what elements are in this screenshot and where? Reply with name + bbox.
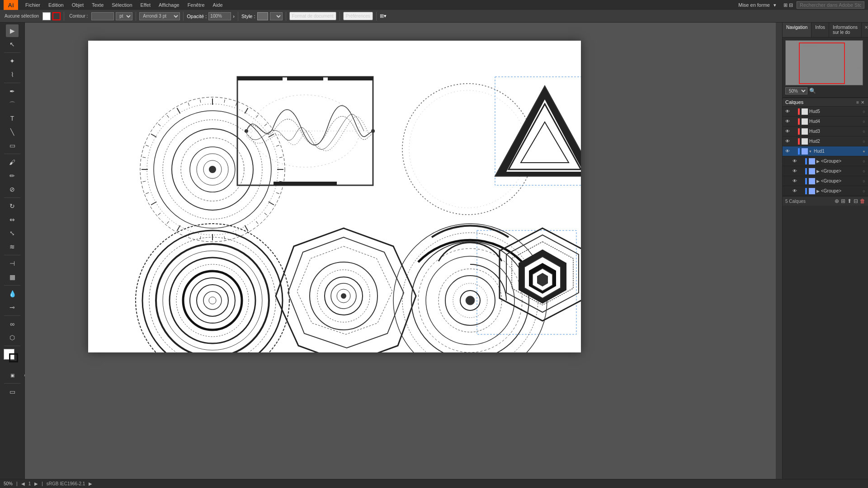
stroke-swatch[interactable] bbox=[9, 353, 18, 362]
lasso-tool[interactable]: ⌇ bbox=[6, 68, 19, 81]
layer-target-sub3[interactable]: ○ bbox=[862, 179, 866, 183]
paintbrush-tool[interactable]: 🖌 bbox=[6, 156, 19, 169]
menu-selection[interactable]: Sélection bbox=[108, 1, 136, 9]
expand-icon-sub3[interactable]: ▶ bbox=[816, 179, 821, 183]
eye-icon-hud2[interactable]: 👁 bbox=[784, 139, 791, 144]
canvas-area[interactable] bbox=[25, 23, 782, 488]
line-tool[interactable]: ╲ bbox=[6, 126, 19, 138]
nav-zoom-select[interactable]: 50% bbox=[785, 87, 807, 94]
layer-target-sub2[interactable]: ○ bbox=[862, 169, 866, 174]
color-mode-btn[interactable]: ■ bbox=[0, 369, 5, 381]
playback-btn[interactable]: ▶ bbox=[89, 481, 92, 486]
menu-affichage[interactable]: Affichage bbox=[155, 1, 183, 9]
layer-row-hud3[interactable]: 👁 Hud3 ○ bbox=[783, 127, 868, 136]
arrondi-select[interactable]: Arrondi 3 pt bbox=[139, 12, 180, 20]
layers-menu-icon[interactable]: ≡ bbox=[855, 100, 860, 105]
svg-point-108 bbox=[823, 46, 835, 58]
contour-unit[interactable]: pt bbox=[116, 12, 132, 20]
expand-icon-sub4[interactable]: ▶ bbox=[816, 189, 821, 193]
menu-edition[interactable]: Edition bbox=[45, 1, 67, 9]
hud8-group bbox=[500, 228, 581, 321]
layer-row-hud5[interactable]: 👁 Hud5 ○ bbox=[783, 107, 868, 117]
curvature-tool[interactable]: ⌒ bbox=[6, 99, 19, 111]
width-tool[interactable]: ⊣ bbox=[6, 257, 19, 270]
shaper-tool[interactable]: ⊘ bbox=[6, 183, 19, 196]
tab-navigation[interactable]: Navigation bbox=[783, 23, 811, 37]
scale-tool[interactable]: ⤡ bbox=[6, 227, 19, 239]
move-to-layer-btn[interactable]: ⬆ bbox=[847, 198, 852, 204]
expand-icon-sub1[interactable]: ▶ bbox=[816, 159, 821, 164]
layer-target-hud5[interactable]: ○ bbox=[862, 109, 866, 114]
template-layer-btn[interactable]: ⊟ bbox=[854, 198, 858, 204]
menu-aide[interactable]: Aide bbox=[209, 1, 226, 9]
fill-color-box[interactable] bbox=[42, 12, 51, 20]
eye-icon-hud3[interactable]: 👁 bbox=[784, 129, 791, 134]
column-graph-tool[interactable]: ▦ bbox=[6, 271, 19, 283]
nav-panel-close[interactable]: ✕ bbox=[862, 23, 868, 37]
magic-wand-tool[interactable]: ✦ bbox=[6, 55, 19, 67]
menu-objet[interactable]: Objet bbox=[68, 1, 87, 9]
selection-tool[interactable]: ▶ bbox=[6, 24, 19, 37]
eye-icon-hud4[interactable]: 👁 bbox=[784, 119, 791, 124]
type-tool[interactable]: T bbox=[6, 112, 19, 125]
eye-icon-sub3[interactable]: 👁 bbox=[792, 178, 798, 183]
style-box[interactable] bbox=[257, 12, 268, 20]
measure-tool[interactable]: ⊸ bbox=[6, 301, 19, 314]
tab-infos[interactable]: Infos bbox=[811, 23, 829, 37]
expand-icon-hud1[interactable]: ▾ bbox=[809, 149, 814, 154]
layer-row-hud1[interactable]: 👁 ▾ Hud1 ● bbox=[783, 146, 868, 156]
layer-row-hud4[interactable]: 👁 Hud4 ○ bbox=[783, 117, 868, 127]
gradient-mode-btn[interactable]: ▣ bbox=[6, 369, 19, 381]
new-sublayer-btn[interactable]: ⊞ bbox=[841, 198, 845, 204]
delete-layer-btn[interactable]: 🗑 bbox=[860, 198, 865, 204]
separator-7 bbox=[376, 12, 377, 21]
prev-page-btn[interactable]: ◀ bbox=[21, 481, 25, 486]
sub-layer-groupe3[interactable]: 👁 ▶ <Groupe> ○ bbox=[783, 176, 868, 186]
layer-target-hud2[interactable]: ○ bbox=[862, 139, 866, 144]
vertical-scrollbar[interactable] bbox=[776, 23, 782, 482]
eye-icon-hud5[interactable]: 👁 bbox=[784, 109, 791, 114]
blend-tool[interactable]: ∞ bbox=[6, 318, 19, 330]
layer-row-hud2[interactable]: 👁 Hud2 ○ bbox=[783, 136, 868, 146]
eye-icon-sub1[interactable]: 👁 bbox=[792, 159, 798, 164]
menu-effet[interactable]: Effet bbox=[137, 1, 154, 9]
next-page-btn[interactable]: ▶ bbox=[34, 481, 38, 486]
screen-mode-btn[interactable]: ▭ bbox=[6, 385, 19, 398]
preferences-btn[interactable]: Préférences bbox=[343, 12, 373, 20]
adobe-stock-search[interactable] bbox=[797, 1, 864, 9]
live-paint-tool[interactable]: ⬡ bbox=[6, 331, 19, 344]
reflect-tool[interactable]: ⇔ bbox=[6, 213, 19, 226]
eyedropper-tool[interactable]: 💧 bbox=[6, 287, 19, 300]
style-select[interactable] bbox=[270, 12, 283, 20]
menu-fichier[interactable]: Fichier bbox=[22, 1, 44, 9]
eye-icon-sub4[interactable]: 👁 bbox=[792, 188, 798, 193]
zoom-out-icon[interactable]: 🔍 bbox=[809, 88, 816, 94]
tab-informations[interactable]: Informations sur le do bbox=[829, 23, 862, 37]
stroke-color-box[interactable] bbox=[52, 12, 61, 20]
menu-texte[interactable]: Texte bbox=[88, 1, 107, 9]
direct-selection-tool[interactable]: ↖ bbox=[6, 38, 19, 51]
menu-fenetre[interactable]: Fenêtre bbox=[184, 1, 208, 9]
layer-target-hud1[interactable]: ● bbox=[862, 149, 866, 154]
opacite-input[interactable]: 100% bbox=[208, 12, 231, 20]
format-document-btn[interactable]: Format de document bbox=[289, 12, 336, 20]
layer-target-hud4[interactable]: ○ bbox=[862, 119, 866, 124]
warp-tool[interactable]: ≋ bbox=[6, 240, 19, 253]
expand-icon-sub2[interactable]: ▶ bbox=[816, 169, 821, 174]
sub-layer-groupe4[interactable]: 👁 ▶ <Groupe> ○ bbox=[783, 186, 868, 196]
layers-close-icon[interactable]: ✕ bbox=[860, 100, 865, 105]
layer-target-sub4[interactable]: ○ bbox=[862, 189, 866, 193]
shape-tool[interactable]: ▭ bbox=[6, 139, 19, 152]
contour-value[interactable] bbox=[91, 12, 114, 20]
sub-layer-groupe2[interactable]: 👁 ▶ <Groupe> ○ bbox=[783, 166, 868, 176]
eye-icon-sub2[interactable]: 👁 bbox=[792, 169, 798, 174]
rotate-tool[interactable]: ↻ bbox=[6, 200, 19, 212]
layer-target-hud3[interactable]: ○ bbox=[862, 129, 866, 134]
sub-layer-groupe1[interactable]: 👁 ▶ <Groupe> ○ bbox=[783, 156, 868, 166]
pen-tool[interactable]: ✒ bbox=[6, 85, 19, 98]
pencil-tool[interactable]: ✏ bbox=[6, 169, 19, 182]
layer-target-sub1[interactable]: ○ bbox=[862, 159, 866, 164]
eye-icon-hud1[interactable]: 👁 bbox=[784, 149, 791, 154]
new-layer-btn[interactable]: ⊕ bbox=[835, 198, 839, 204]
artboard-svg bbox=[88, 41, 581, 352]
